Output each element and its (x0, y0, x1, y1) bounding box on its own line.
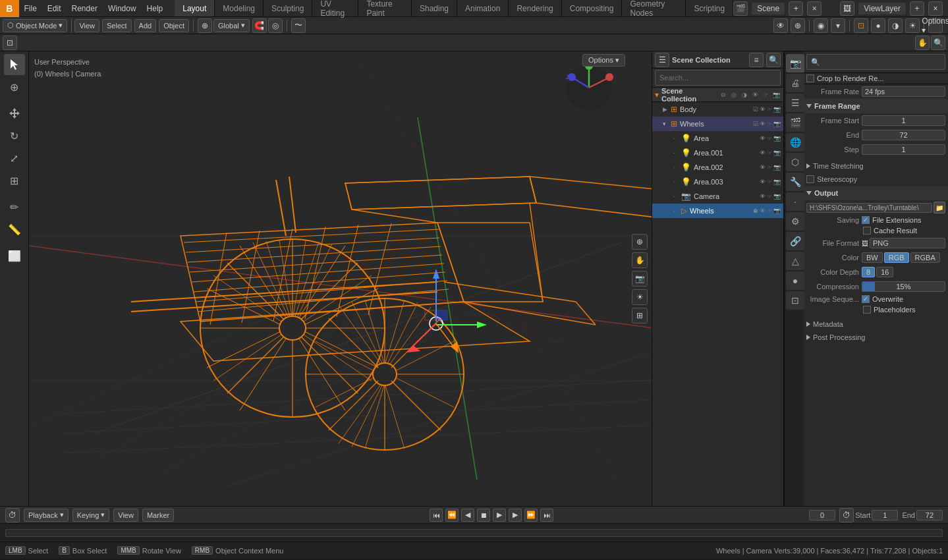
tool-measure[interactable]: 📏 (4, 219, 25, 240)
color-rgba-btn[interactable]: RGBA (910, 252, 940, 263)
filepath-browse-btn[interactable]: 📁 (934, 202, 945, 213)
menu-window[interactable]: Window (103, 0, 142, 16)
step-value[interactable]: 1 (862, 144, 945, 155)
viewport-options-btn[interactable]: Options ▾ (582, 54, 625, 67)
curve-icon[interactable]: 〜 (291, 18, 306, 33)
view-layer-name[interactable]: ViewLayer (858, 3, 906, 14)
tab-layout[interactable]: Layout (175, 0, 215, 16)
outliner-filter-icon[interactable]: ≡ (749, 53, 764, 67)
indirect-icon[interactable]: ◑ (740, 90, 749, 99)
area002-select[interactable]: ☞ (767, 164, 772, 171)
wheels-select[interactable]: ☞ (767, 121, 772, 127)
disable-select-icon[interactable]: ☞ (761, 90, 770, 99)
tool-rotate[interactable]: ↻ (4, 125, 25, 146)
tool-select[interactable] (4, 54, 25, 75)
view-layer-icon[interactable]: 🖼 (840, 1, 854, 16)
prop-tab-scene[interactable]: 🎬 (786, 113, 804, 132)
hide-viewport-icon[interactable]: 👁 (750, 90, 760, 99)
tab-compositing[interactable]: Compositing (562, 0, 623, 16)
marker-btn[interactable]: Marker (142, 509, 174, 522)
hand-icon[interactable]: ✋ (632, 252, 648, 268)
area-select[interactable]: ☞ (767, 135, 772, 142)
wheels-mesh-constraint[interactable]: ⊕ (753, 208, 758, 214)
compression-value[interactable]: 15% (862, 281, 945, 292)
add-view-layer-icon[interactable]: + (910, 1, 924, 16)
color-depth-8-btn[interactable]: 8 (862, 267, 875, 277)
menu-help[interactable]: Help (142, 0, 169, 16)
body-render[interactable]: 📷 (773, 106, 781, 113)
outliner-search-icon[interactable]: 🔍 (766, 53, 781, 67)
holdout-icon[interactable]: ◎ (729, 90, 739, 99)
jump-forward-icon[interactable]: ⏩ (524, 509, 538, 522)
wheels-hide[interactable]: 👁 (760, 121, 766, 127)
viewport-gizmo-icon[interactable]: ⊕ (791, 18, 805, 33)
start-value[interactable]: 1 (872, 510, 898, 520)
step-back-icon[interactable]: ◀ (461, 509, 474, 522)
prop-tab-texture[interactable]: ⊡ (786, 291, 804, 310)
crop-checkbox[interactable] (806, 74, 814, 82)
cam-hide[interactable]: 👁 (760, 193, 766, 200)
cache-result-checkbox[interactable] (863, 227, 871, 235)
select-btn-toolbar[interactable]: Select (102, 19, 132, 32)
clock-icon[interactable]: ⏱ (839, 508, 854, 522)
end-value[interactable]: 72 (916, 510, 943, 520)
camera-toggle-icon[interactable]: 👁 (773, 18, 788, 33)
area-hide[interactable]: 👁 (760, 135, 766, 142)
prop-tab-view-layer[interactable]: ☰ (786, 94, 804, 112)
stop-icon[interactable]: ⏹ (477, 509, 490, 522)
wheels-mesh-hide[interactable]: 👁 (760, 208, 766, 214)
tab-texture-paint[interactable]: Texture Paint (358, 0, 412, 16)
render-preview-icon[interactable]: ☀ (632, 289, 648, 305)
step-forward-icon[interactable]: ▶ (509, 509, 522, 522)
current-frame-display[interactable]: 0 (809, 510, 835, 520)
key-last-icon[interactable]: ⏭ (540, 509, 553, 522)
area001-select[interactable]: ☞ (767, 150, 772, 156)
key-first-icon[interactable]: ⏮ (430, 509, 443, 522)
outliner-item-area-002[interactable]: · 💡 Area.002 👁 ☞ 📷 (652, 160, 783, 175)
prop-tab-constraints[interactable]: 🔗 (786, 232, 804, 250)
frame-rate-dropdown[interactable]: 24 fps (862, 86, 945, 97)
prop-tab-particles[interactable]: · (786, 192, 804, 211)
body-exclude[interactable]: ☑ (753, 106, 758, 113)
area003-hide[interactable]: 👁 (760, 179, 766, 185)
viewport-gizmo[interactable]: X Y Z (563, 61, 615, 116)
menu-edit[interactable]: Edit (42, 0, 67, 16)
snap-icon[interactable]: 🧲 (252, 18, 267, 33)
material-icon[interactable]: ◑ (888, 18, 903, 33)
output-header[interactable]: Output (804, 186, 948, 200)
tool-move[interactable] (4, 103, 25, 124)
tab-shading[interactable]: Shading (412, 0, 457, 16)
file-format-dropdown[interactable]: PNG (870, 238, 945, 248)
color-rgb-btn[interactable]: RGB (884, 252, 909, 263)
keying-btn[interactable]: Keying ▾ (72, 509, 110, 522)
play-icon[interactable]: ▶ (493, 509, 506, 522)
wireframe-icon[interactable]: ⊡ (854, 18, 868, 33)
viewport-area[interactable]: User Perspective (0) Wheels | Camera X Y (29, 51, 652, 506)
tool-add-cube[interactable]: ⬜ (4, 245, 25, 266)
tool-scale[interactable]: ⤢ (4, 148, 25, 169)
tool-cursor[interactable]: ⊕ (4, 76, 25, 98)
timeline-view-btn[interactable]: View (113, 509, 138, 522)
exclude-icon[interactable]: ⊖ (719, 90, 728, 99)
area002-render[interactable]: 📷 (773, 164, 781, 171)
timeline-scrubber[interactable] (5, 529, 943, 537)
timeline-type-icon[interactable]: ⏱ (5, 508, 20, 522)
outliner-search-input[interactable] (655, 70, 781, 86)
post-processing-header[interactable]: Post Processing (804, 331, 948, 344)
scene-collection-header[interactable]: ▾ Scene Collection ⊖ ◎ ◑ 👁 ☞ 📷 (652, 88, 783, 102)
prop-tab-physics[interactable]: ⚙ (786, 212, 804, 231)
placeholders-checkbox[interactable] (863, 306, 871, 314)
area-render[interactable]: 📷 (773, 135, 781, 142)
outliner-item-wheels-collection[interactable]: ▾ ⊞ Wheels ☑ 👁 ☞ 📷 (652, 117, 783, 131)
prop-tab-render[interactable]: 📷 (786, 54, 804, 72)
options-btn[interactable]: Options ▾ (928, 18, 943, 33)
zoom-fit-icon[interactable]: ⊕ (632, 234, 648, 250)
cam-select[interactable]: ☞ (767, 193, 772, 200)
cam-render[interactable]: 📷 (773, 193, 781, 200)
outliner-item-area-003[interactable]: · 💡 Area.003 👁 ☞ 📷 (652, 175, 783, 189)
area003-select[interactable]: ☞ (767, 179, 772, 185)
tab-geometry-nodes[interactable]: Geometry Nodes (622, 0, 686, 16)
hide-render-icon[interactable]: 📷 (771, 90, 781, 99)
prop-tab-world[interactable]: 🌐 (786, 133, 804, 152)
area002-hide[interactable]: 👁 (760, 164, 766, 171)
